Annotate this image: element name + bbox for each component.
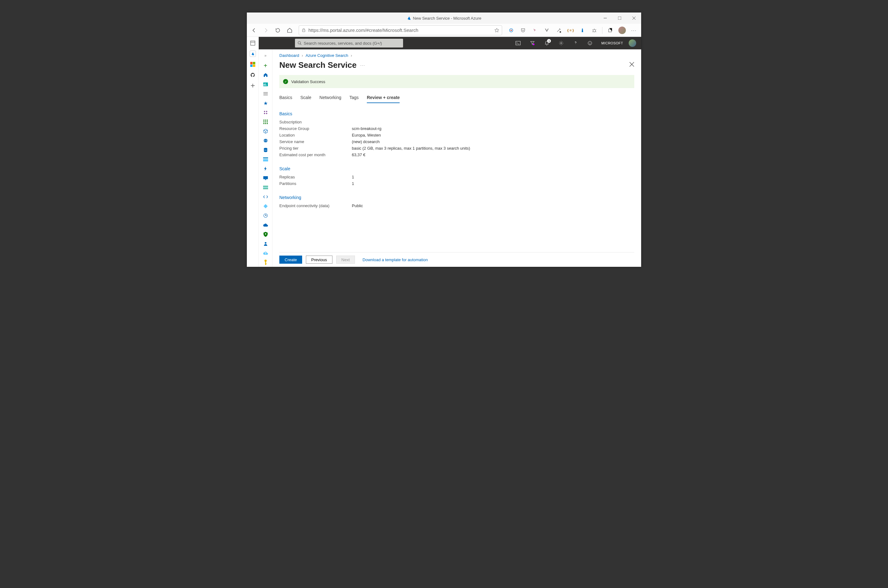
nav-sql-icon[interactable]: SQL (261, 146, 270, 154)
svg-point-19 (589, 42, 590, 43)
breadcrumb-item-dashboard[interactable]: Dashboard (279, 53, 299, 58)
window-maximize-button[interactable] (612, 12, 627, 24)
portal-search[interactable] (295, 39, 403, 48)
browser-toolbar: https://ms.portal.azure.com/#create/Micr… (247, 24, 641, 37)
section-title-scale: Scale (279, 166, 634, 171)
nav-all-services-icon[interactable] (261, 89, 270, 98)
extension-icon[interactable] (506, 25, 516, 36)
previous-button[interactable]: Previous (306, 256, 333, 264)
window-minimize-button[interactable] (598, 12, 612, 24)
kv-key: Location (279, 133, 352, 138)
help-icon[interactable] (570, 37, 581, 50)
nav-cube-icon[interactable] (261, 127, 270, 136)
window-close-button[interactable] (627, 12, 641, 24)
create-button[interactable]: Create (279, 256, 302, 264)
cursor-ext-icon[interactable] (530, 25, 540, 36)
cloud-shell-icon[interactable] (512, 37, 524, 50)
kv-key: Endpoint connectivity (data) (279, 203, 352, 208)
pocket-icon[interactable] (518, 25, 528, 36)
nav-diamond-icon[interactable] (261, 202, 270, 211)
collections-icon[interactable] (605, 25, 615, 36)
nav-favorites-icon[interactable]: ★ (261, 99, 270, 108)
nav-globe-icon[interactable] (261, 136, 270, 145)
nav-layers-icon[interactable] (261, 183, 270, 192)
kv-value: (new) dcsearch (352, 140, 380, 144)
tab-tags[interactable]: Tags (350, 95, 359, 103)
brackets-ext-icon[interactable]: { = } (565, 25, 576, 36)
svg-rect-32 (263, 120, 264, 121)
feedback-icon[interactable] (584, 37, 596, 50)
nav-code-icon[interactable] (261, 192, 270, 201)
kv-value: 1 (352, 175, 354, 179)
svg-rect-37 (267, 121, 267, 122)
settings-icon[interactable] (555, 37, 567, 50)
svg-point-30 (264, 113, 265, 114)
tab-scale[interactable]: Scale (300, 95, 311, 103)
nav-clock-icon[interactable] (261, 211, 270, 220)
svg-rect-46 (263, 157, 268, 158)
sidebar-tabs-icon[interactable] (250, 40, 256, 46)
account-label[interactable]: MICROSOFT (601, 41, 623, 45)
refresh-button[interactable] (273, 25, 283, 36)
nav-home-icon[interactable] (261, 70, 270, 80)
directory-filter-icon[interactable] (527, 37, 538, 50)
svg-rect-6 (560, 31, 561, 33)
svg-rect-50 (263, 186, 268, 187)
download-template-link[interactable]: Download a template for automation (363, 258, 428, 262)
breadcrumb: Dashboard › Azure Cognitive Search › (279, 53, 634, 58)
browser-window: New Search Service - Microsoft Azure (247, 12, 641, 267)
account-avatar[interactable] (628, 39, 636, 47)
notifications-icon[interactable] (541, 37, 552, 50)
svg-point-5 (510, 30, 512, 31)
sidebar-microsoft-icon[interactable] (250, 61, 256, 68)
nav-dashboard-icon[interactable] (261, 80, 270, 89)
sidebar-azure-icon[interactable] (250, 51, 256, 57)
address-bar[interactable]: https://ms.portal.azure.com/#create/Micr… (299, 25, 502, 35)
tab-networking[interactable]: Networking (320, 95, 341, 103)
breadcrumb-item-search[interactable]: Azure Cognitive Search (306, 53, 348, 58)
nav-functions-icon[interactable] (261, 164, 270, 173)
svg-rect-22 (264, 84, 264, 86)
more-menu-button[interactable]: ··· (628, 25, 639, 36)
nav-expand-icon[interactable]: » (261, 51, 270, 60)
nav-create-icon[interactable]: + (261, 61, 270, 70)
nav-storage-icon[interactable] (261, 155, 270, 164)
page-more-icon[interactable]: ··· (360, 63, 365, 68)
window-titlebar: New Search Service - Microsoft Azure (247, 12, 641, 24)
vue-ext-icon[interactable] (542, 25, 552, 36)
svg-line-14 (300, 44, 302, 45)
bug-ext-icon[interactable] (589, 25, 600, 36)
nav-key-icon[interactable] (261, 258, 270, 267)
check-circle-icon: ✓ (283, 79, 288, 84)
kv-key: Estimated cost per month (279, 153, 352, 157)
portal-search-input[interactable] (304, 41, 400, 46)
nav-monitor-icon[interactable] (261, 174, 270, 183)
svg-rect-23 (265, 83, 265, 86)
lighthouse-ext-icon[interactable] (577, 25, 588, 36)
forward-button[interactable] (261, 25, 271, 36)
nav-resource-icon[interactable] (261, 108, 270, 117)
svg-rect-40 (267, 123, 267, 124)
nav-cloud-icon[interactable] (261, 220, 270, 230)
svg-rect-48 (263, 176, 268, 179)
nav-grid-icon[interactable] (261, 117, 270, 126)
sidebar-add-icon[interactable] (250, 82, 256, 89)
nav-person-icon[interactable] (261, 239, 270, 248)
wand-ext-icon[interactable] (554, 25, 564, 36)
tab-basics[interactable]: Basics (279, 95, 292, 103)
svg-point-16 (533, 44, 535, 45)
blade-close-button[interactable] (629, 62, 634, 67)
profile-avatar[interactable] (617, 25, 627, 36)
favorite-icon[interactable] (494, 28, 499, 33)
edge-sidebar (247, 37, 259, 267)
nav-cloudup-icon[interactable] (261, 249, 270, 258)
search-icon (297, 41, 302, 45)
home-button[interactable] (284, 25, 295, 36)
nav-shield-icon[interactable] (261, 230, 270, 239)
kv-key: Subscription (279, 120, 352, 124)
sidebar-github-icon[interactable] (250, 72, 256, 78)
tab-review-create[interactable]: Review + create (367, 95, 400, 103)
svg-point-28 (264, 111, 265, 112)
back-button[interactable] (249, 25, 260, 36)
svg-point-20 (591, 42, 591, 43)
